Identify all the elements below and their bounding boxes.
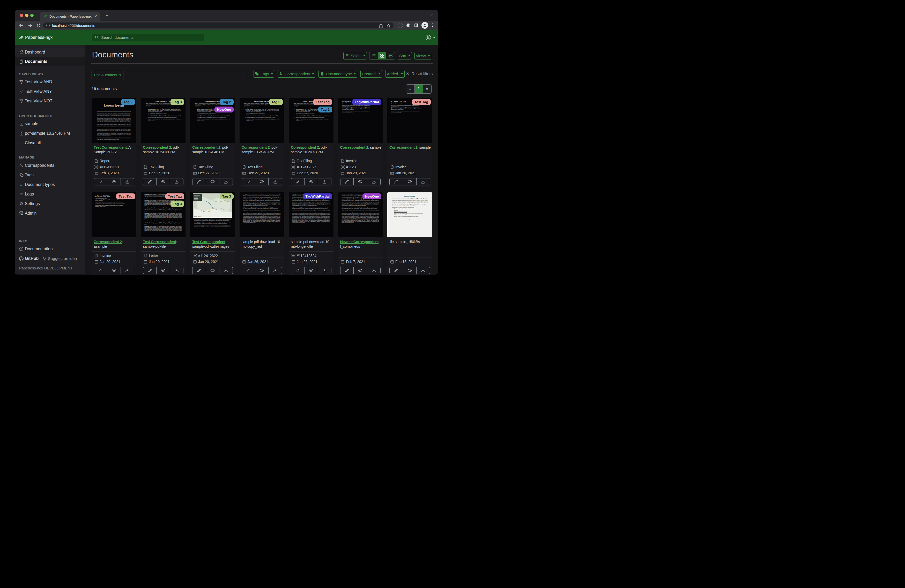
svg-text:Google Earth: Google Earth <box>194 216 201 217</box>
